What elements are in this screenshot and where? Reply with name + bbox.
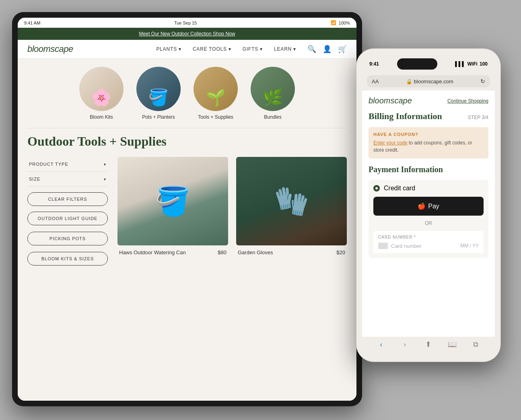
site-logo[interactable]: bloomscape bbox=[27, 44, 73, 54]
category-bloom-kits[interactable]: 🌸 Bloom Kits bbox=[79, 67, 124, 120]
phone-scroll-area: bloomscape Continue Shopping Billing Inf… bbox=[362, 91, 495, 337]
account-icon[interactable]: 👤 bbox=[323, 45, 332, 54]
tablet-device: 9:41 AM Tue Sep 15 📶 100% Meet Our New O… bbox=[12, 12, 362, 406]
coupon-box: HAVE A COUPON? Enter your code to add co… bbox=[369, 127, 488, 159]
clear-filters-button[interactable]: CLEAR FILTERS bbox=[27, 192, 108, 206]
apple-icon: 🍎 bbox=[418, 202, 426, 210]
credit-card-label: Credit card bbox=[384, 185, 415, 192]
battery-icon-phone: 100 bbox=[480, 61, 488, 67]
category-circle-bundles: 🌿 bbox=[251, 67, 295, 111]
promo-banner: Meet Our New Outdoor Collection Shop Now bbox=[18, 28, 356, 40]
product-price-1: $20 bbox=[336, 249, 345, 255]
browser-aa[interactable]: AA bbox=[372, 78, 379, 84]
product-name-1: Garden Gloves bbox=[238, 249, 273, 255]
phone-site-header: bloomscape Continue Shopping bbox=[369, 96, 488, 105]
url-text[interactable]: bloomscape.com bbox=[414, 78, 453, 84]
product-price-0: $80 bbox=[218, 249, 227, 255]
nav-gifts[interactable]: GIFTS ▾ bbox=[243, 46, 263, 52]
phone-screen: 9:41 ▌▌▌ WiFi 100 AA 🔒 bloomscape.com ↻ bbox=[361, 54, 496, 357]
category-tools-supplies[interactable]: 🌱 Tools + Supplies bbox=[194, 67, 238, 120]
credit-card-option[interactable]: Credit card bbox=[373, 185, 484, 192]
browser-bar: AA 🔒 bloomscape.com ↻ bbox=[361, 72, 496, 91]
phone-statusbar: 9:41 ▌▌▌ WiFi 100 bbox=[361, 54, 496, 72]
outdoor-light-guide-button[interactable]: OUTDOOR LIGHT GUIDE bbox=[27, 212, 108, 225]
tablet-screen: 9:41 AM Tue Sep 15 📶 100% Meet Our New O… bbox=[18, 18, 356, 401]
category-circle-tools: 🌱 bbox=[194, 67, 238, 111]
billing-header: Billing Information STEP 3/4 bbox=[369, 111, 488, 121]
browser-tabs-button[interactable]: ⧉ bbox=[468, 340, 484, 349]
payment-title: Payment Information bbox=[369, 165, 488, 174]
step-label: STEP 3/4 bbox=[468, 115, 488, 120]
search-icon[interactable]: 🔍 bbox=[307, 45, 316, 54]
phone-time: 9:41 bbox=[369, 61, 379, 67]
battery-icon: 100% bbox=[339, 21, 350, 25]
continue-shopping-link[interactable]: Continue Shopping bbox=[447, 98, 488, 104]
card-number-label: CARD NUMBER * bbox=[378, 235, 479, 239]
coupon-title: HAVE A COUPON? bbox=[373, 132, 484, 137]
nav-links: PLANTS ▾ CARE TOOLS ▾ GIFTS ▾ LEARN ▾ bbox=[156, 46, 296, 52]
banner-link[interactable]: Shop Now bbox=[213, 31, 235, 37]
category-row: 🌸 Bloom Kits 🪣 Pots + Planters 🌱 bbox=[27, 59, 347, 126]
scene: 9:41 AM Tue Sep 15 📶 100% Meet Our New O… bbox=[0, 0, 521, 420]
browser-back-button[interactable]: ‹ bbox=[373, 340, 389, 349]
filter-sidebar: PRODUCT TYPE ▾ SIZE ▾ CLEAR FILTERS OUTD… bbox=[27, 157, 108, 269]
phone-logo[interactable]: bloomscape bbox=[369, 96, 412, 105]
category-circle-bloom: 🌸 bbox=[79, 67, 124, 111]
phone-web-content: bloomscape Continue Shopping Billing Inf… bbox=[362, 91, 495, 337]
coupon-link[interactable]: Enter your code bbox=[373, 140, 408, 146]
product-image-gloves: 🧤 bbox=[236, 157, 347, 245]
wifi-icon-phone: WiFi bbox=[467, 61, 478, 67]
billing-title: Billing Information bbox=[369, 111, 442, 121]
product-grid: 🪣 Haws Outdoor Watering Can $80 🧤 bbox=[117, 157, 347, 269]
nav-learn[interactable]: LEARN ▾ bbox=[274, 46, 296, 52]
product-card-1[interactable]: 🧤 Garden Gloves $20 bbox=[236, 157, 347, 269]
category-label-bloom: Bloom Kits bbox=[90, 114, 113, 120]
nav-plants[interactable]: PLANTS ▾ bbox=[156, 46, 181, 52]
category-pots-planters[interactable]: 🪣 Pots + Planters bbox=[136, 67, 181, 120]
lock-icon: 🔒 bbox=[406, 78, 412, 84]
category-label-bundles: Bundles bbox=[264, 114, 281, 120]
cart-icon[interactable]: 🛒 bbox=[338, 45, 347, 54]
phone-notch bbox=[397, 58, 437, 70]
section-title: Outdoor Tools + Supplies bbox=[27, 134, 347, 149]
card-mmyy-hint: MM / YY bbox=[460, 243, 479, 249]
signal-icon: ▌▌▌ bbox=[455, 61, 465, 67]
tablet-date: Tue Sep 15 bbox=[174, 21, 197, 25]
product-info-0: Haws Outdoor Watering Can $80 bbox=[117, 245, 228, 255]
category-circle-pots: 🪣 bbox=[136, 67, 181, 111]
section-divider bbox=[27, 128, 347, 128]
card-number-hint: Card number bbox=[391, 243, 422, 249]
browser-bookmarks-button[interactable]: 📖 bbox=[444, 340, 460, 349]
tablet-time: 9:41 AM bbox=[24, 21, 40, 25]
product-card-0[interactable]: 🪣 Haws Outdoor Watering Can $80 bbox=[117, 157, 228, 269]
banner-text: Meet Our New Outdoor Collection bbox=[139, 31, 213, 37]
tablet-main-content: 🌸 Bloom Kits 🪣 Pots + Planters 🌱 bbox=[18, 59, 356, 401]
category-label-tools: Tools + Supplies bbox=[198, 114, 233, 120]
apple-pay-label: Pay bbox=[428, 203, 439, 210]
picking-pots-button[interactable]: PICKING POTS bbox=[27, 232, 108, 245]
phone-bottom-bar: ‹ › ⬆ 📖 ⧉ bbox=[361, 337, 496, 357]
product-info-1: Garden Gloves $20 bbox=[236, 245, 347, 255]
tablet-navbar: bloomscape PLANTS ▾ CARE TOOLS ▾ GIFTS ▾… bbox=[18, 40, 356, 59]
product-image-watering-can: 🪣 bbox=[117, 157, 228, 245]
chevron-down-icon-2: ▾ bbox=[104, 177, 106, 181]
card-number-section: CARD NUMBER * Card number MM / YY bbox=[373, 231, 484, 253]
filter-product-type[interactable]: PRODUCT TYPE ▾ bbox=[27, 157, 108, 172]
card-number-placeholder[interactable]: Card number bbox=[378, 243, 422, 249]
reload-icon[interactable]: ↻ bbox=[480, 78, 485, 84]
nav-icons: 🔍 👤 🛒 bbox=[307, 45, 347, 54]
nav-care-tools[interactable]: CARE TOOLS ▾ bbox=[193, 46, 231, 52]
apple-pay-button[interactable]: 🍎 Pay bbox=[373, 197, 484, 216]
radio-credit-card[interactable] bbox=[373, 185, 380, 191]
browser-share-button[interactable]: ⬆ bbox=[420, 340, 437, 349]
coupon-text: Enter your code to add coupons, gift cod… bbox=[373, 139, 484, 154]
chevron-down-icon: ▾ bbox=[104, 162, 106, 167]
bloom-kits-sizes-button[interactable]: BLOOM KITS & SIZES bbox=[27, 252, 108, 266]
browser-url: 🔒 bloomscape.com bbox=[406, 78, 453, 84]
payment-box: Credit card 🍎 Pay OR CARD NUMBER * bbox=[369, 180, 488, 258]
browser-forward-button[interactable]: › bbox=[397, 340, 413, 349]
card-number-input-row: Card number MM / YY bbox=[378, 243, 479, 249]
wifi-icon: 📶 bbox=[331, 20, 336, 25]
filter-size[interactable]: SIZE ▾ bbox=[27, 172, 108, 187]
category-bundles[interactable]: 🌿 Bundles bbox=[251, 67, 295, 120]
